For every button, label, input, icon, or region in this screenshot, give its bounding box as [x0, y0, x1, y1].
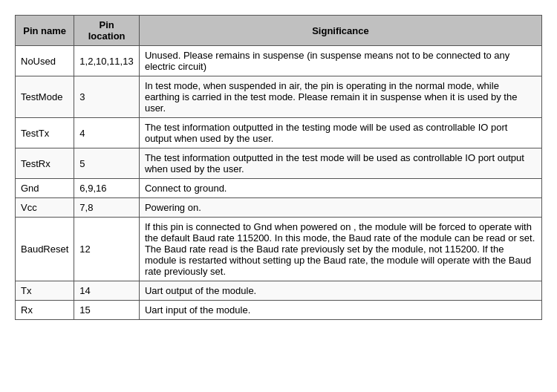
cell-pin-location: 6,9,16 — [74, 179, 140, 198]
header-pin-name: Pin name — [16, 16, 74, 46]
pin-table: Pin name Pin location Significance NoUse… — [15, 15, 542, 320]
table-row: Rx15Uart input of the module. — [16, 301, 542, 320]
cell-significance: Uart input of the module. — [139, 301, 541, 320]
table-header-row: Pin name Pin location Significance — [16, 16, 542, 46]
table-row: Gnd6,9,16Connect to ground. — [16, 179, 542, 198]
table-row: TestTx4The test information outputted in… — [16, 118, 542, 148]
cell-significance: Powering on. — [139, 198, 541, 218]
cell-pin-location: 14 — [74, 281, 140, 301]
cell-pin-name: NoUsed — [16, 46, 74, 76]
cell-pin-location: 12 — [74, 218, 140, 281]
cell-pin-name: Tx — [16, 281, 74, 301]
table-row: TestMode3In test mode, when suspended in… — [16, 76, 542, 118]
cell-pin-name: Vcc — [16, 198, 74, 218]
table-row: Vcc7,8Powering on. — [16, 198, 542, 218]
cell-pin-location: 7,8 — [74, 198, 140, 218]
cell-pin-name: TestMode — [16, 76, 74, 118]
cell-pin-location: 3 — [74, 76, 140, 118]
cell-significance: Unused. Please remains in suspense (in s… — [139, 46, 541, 76]
table-row: Tx14Uart output of the module. — [16, 281, 542, 301]
table-row: BaudReset12If this pin is connected to G… — [16, 218, 542, 281]
cell-pin-name: TestTx — [16, 118, 74, 148]
cell-significance: The test information outputted in the te… — [139, 118, 541, 148]
table-row: TestRx5The test information outputted in… — [16, 148, 542, 179]
cell-pin-location: 15 — [74, 301, 140, 320]
cell-pin-name: Rx — [16, 301, 74, 320]
cell-significance: Connect to ground. — [139, 179, 541, 198]
cell-significance: In test mode, when suspended in air, the… — [139, 76, 541, 118]
cell-pin-name: BaudReset — [16, 218, 74, 281]
cell-significance: If this pin is connected to Gnd when pow… — [139, 218, 541, 281]
cell-pin-location: 5 — [74, 148, 140, 179]
cell-significance: Uart output of the module. — [139, 281, 541, 301]
header-pin-location: Pin location — [74, 16, 140, 46]
cell-significance: The test information outputted in the te… — [139, 148, 541, 179]
table-row: NoUsed1,2,10,11,13Unused. Please remains… — [16, 46, 542, 76]
cell-pin-name: TestRx — [16, 148, 74, 179]
pin-table-wrapper: Pin name Pin location Significance NoUse… — [15, 15, 542, 320]
header-significance: Significance — [139, 16, 541, 46]
cell-pin-location: 4 — [74, 118, 140, 148]
cell-pin-location: 1,2,10,11,13 — [74, 46, 140, 76]
cell-pin-name: Gnd — [16, 179, 74, 198]
